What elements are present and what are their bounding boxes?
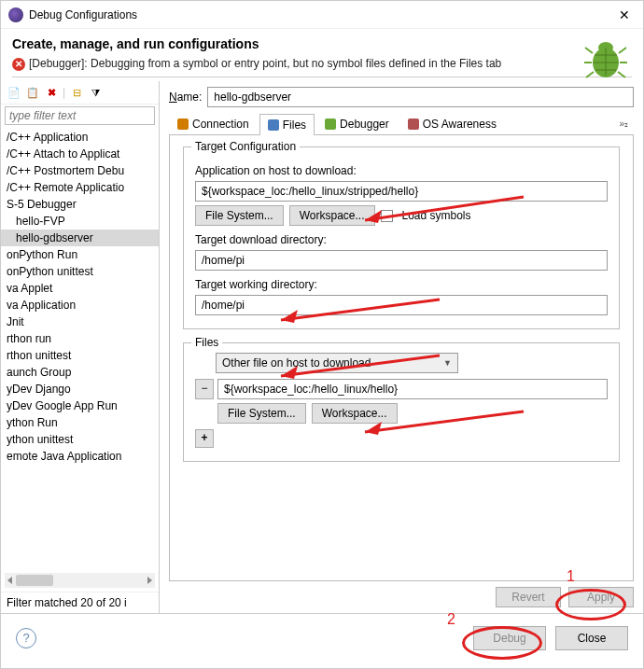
debug-button[interactable]: Debug	[473, 626, 546, 650]
app-on-host-label: Application on host to download:	[195, 164, 608, 177]
tab-debugger[interactable]: Debugger	[316, 113, 398, 134]
tree-item[interactable]: onPython Run	[1, 246, 159, 263]
eclipse-icon	[8, 7, 23, 22]
window-title: Debug Configurations	[29, 8, 613, 21]
tab-label: Files	[283, 118, 306, 132]
apply-button[interactable]: Apply	[568, 587, 634, 607]
error-icon: ✕	[12, 58, 25, 71]
horizontal-scrollbar[interactable]	[5, 573, 155, 588]
app-on-host-input[interactable]	[195, 181, 608, 202]
tree-item[interactable]: ython unittest	[1, 431, 159, 448]
workspace-button-2[interactable]: Workspace...	[312, 403, 398, 424]
tree-item[interactable]: yDev Django	[1, 381, 159, 397]
tab-connection[interactable]: Connection	[169, 113, 258, 134]
tree-item[interactable]: emote Java Application	[1, 448, 159, 465]
tab-os-awareness[interactable]: OS Awareness	[399, 113, 505, 134]
tabs-overflow-button[interactable]: »₂	[613, 118, 634, 129]
svg-line-6	[585, 48, 593, 53]
connection-icon	[177, 118, 189, 130]
tab-label: Debugger	[340, 118, 389, 131]
tree-item[interactable]: va Application	[1, 297, 159, 314]
tree-item[interactable]: /C++ Attach to Applicat	[1, 146, 159, 162]
tree-item[interactable]: ython Run	[1, 414, 159, 431]
bug-icon	[583, 35, 628, 79]
config-tree[interactable]: /C++ Application/C++ Attach to Applicat/…	[1, 127, 159, 569]
duplicate-config-icon[interactable]: 📋	[25, 85, 40, 100]
tree-item[interactable]: rthon unittest	[1, 347, 159, 364]
filter-status: Filter matched 20 of 20 i	[1, 592, 159, 613]
name-label: Name:	[169, 91, 202, 104]
left-toolbar: 📄 📋 ✖ | ⊟ ⧩	[1, 81, 159, 105]
working-dir-label: Target working directory:	[195, 278, 608, 291]
target-config-group-title: Target Configuration	[191, 140, 300, 153]
add-file-button[interactable]: +	[195, 429, 214, 448]
files-icon	[268, 119, 279, 131]
os-awareness-icon	[408, 118, 419, 130]
file-type-select-value: Other file on host to download	[222, 356, 371, 369]
tree-item[interactable]: rthon run	[1, 330, 159, 347]
error-message: [Debugger]: Debugging from a symbol or e…	[29, 57, 501, 70]
files-panel: Target Configuration Application on host…	[169, 135, 634, 581]
svg-line-7	[619, 48, 626, 53]
svg-line-10	[586, 72, 594, 77]
workspace-button[interactable]: Workspace...	[289, 205, 375, 226]
tree-item[interactable]: yDev Google App Run	[1, 397, 159, 414]
tree-item[interactable]: hello-gdbserver	[1, 230, 159, 246]
collapse-all-icon[interactable]: ⊟	[69, 85, 84, 100]
tab-files[interactable]: Files	[259, 114, 315, 135]
svg-line-11	[618, 72, 625, 77]
file-system-button-2[interactable]: File System...	[217, 403, 306, 424]
tree-item[interactable]: /C++ Application	[1, 129, 159, 146]
page-title: Create, manage, and run configurations	[12, 36, 632, 51]
tree-item[interactable]: va Applet	[1, 280, 159, 297]
tab-bar: ConnectionFilesDebuggerOS Awareness»₂	[169, 113, 634, 135]
download-dir-label: Target download directory:	[195, 233, 608, 246]
file-row-input[interactable]	[217, 379, 608, 399]
load-symbols-checkbox[interactable]	[381, 210, 393, 222]
file-type-select[interactable]: Other file on host to download ▼	[216, 353, 458, 373]
tree-item[interactable]: /C++ Postmortem Debu	[1, 162, 159, 179]
load-symbols-label: Load symbols	[402, 209, 471, 222]
new-config-icon[interactable]: 📄	[7, 85, 21, 100]
name-input[interactable]	[207, 87, 634, 107]
close-button[interactable]: Close	[555, 626, 628, 650]
tree-item[interactable]: aunch Group	[1, 364, 159, 381]
tree-item[interactable]: S-5 Debugger	[1, 196, 159, 213]
debugger-icon	[325, 118, 336, 130]
window-close-button[interactable]: ✕	[613, 7, 636, 22]
working-dir-input[interactable]	[195, 295, 608, 315]
files-group-title: Files	[191, 336, 222, 349]
tree-item[interactable]: onPython unittest	[1, 263, 159, 280]
tree-item[interactable]: /C++ Remote Applicatio	[1, 179, 159, 196]
tab-label: Connection	[192, 118, 249, 131]
collapse-row-button[interactable]: −	[195, 379, 214, 399]
tree-item[interactable]: Jnit	[1, 314, 159, 330]
revert-button[interactable]: Revert	[496, 587, 561, 607]
chevron-down-icon: ▼	[443, 358, 452, 368]
tree-item[interactable]: hello-FVP	[1, 213, 159, 230]
file-system-button[interactable]: File System...	[195, 205, 284, 226]
tab-label: OS Awareness	[423, 118, 497, 131]
help-button[interactable]: ?	[16, 628, 36, 648]
download-dir-input[interactable]	[195, 250, 608, 271]
filter-input[interactable]	[5, 106, 155, 125]
delete-config-icon[interactable]: ✖	[44, 85, 59, 100]
filter-icon[interactable]: ⧩	[88, 85, 103, 100]
